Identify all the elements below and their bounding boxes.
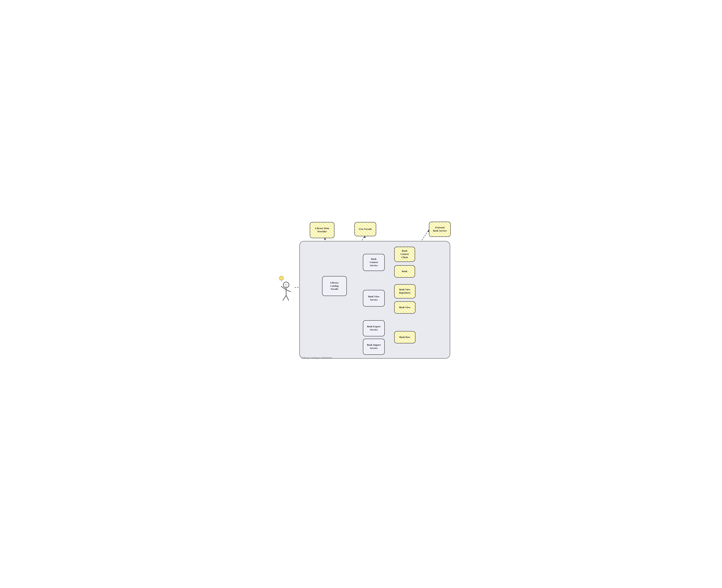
book-view-box: Book View [394,301,415,314]
stick-figure [276,275,295,303]
svg-point-25 [287,284,287,285]
book-box: Book [394,265,415,278]
svg-line-29 [283,295,286,300]
subdomain-label: Library Catalogue Subdomain [302,356,332,359]
book-context-service-box: BookContextService [363,254,385,271]
svg-line-22 [279,279,280,281]
book-row-box: Book Row [394,331,415,343]
library-data-provider-box: Library Data Provider [310,222,334,238]
svg-line-21 [277,278,279,278]
svg-line-30 [286,295,289,300]
library-catalog-facade-box: LibraryCatalogFacade [322,276,347,296]
book-context-client-box: BookContextClient [394,247,415,262]
book-view-repository-box: Book ViewRepository [394,284,415,298]
book-import-service-box: Book ImportService [363,339,385,355]
book-export-service-box: Book ExportService [363,320,385,336]
user-facade-box: User Facade [354,222,376,236]
book-view-service-box: Book ViewService [363,290,385,307]
svg-line-27 [281,286,286,290]
svg-line-28 [286,290,291,292]
svg-point-23 [283,282,289,288]
diagram-canvas: Library Catalogue Subdomain Library Data… [270,220,452,368]
svg-line-20 [279,276,280,277]
svg-point-24 [285,284,286,285]
external-book-service-box: ExternalBook Service [429,222,451,237]
svg-point-18 [280,276,283,280]
